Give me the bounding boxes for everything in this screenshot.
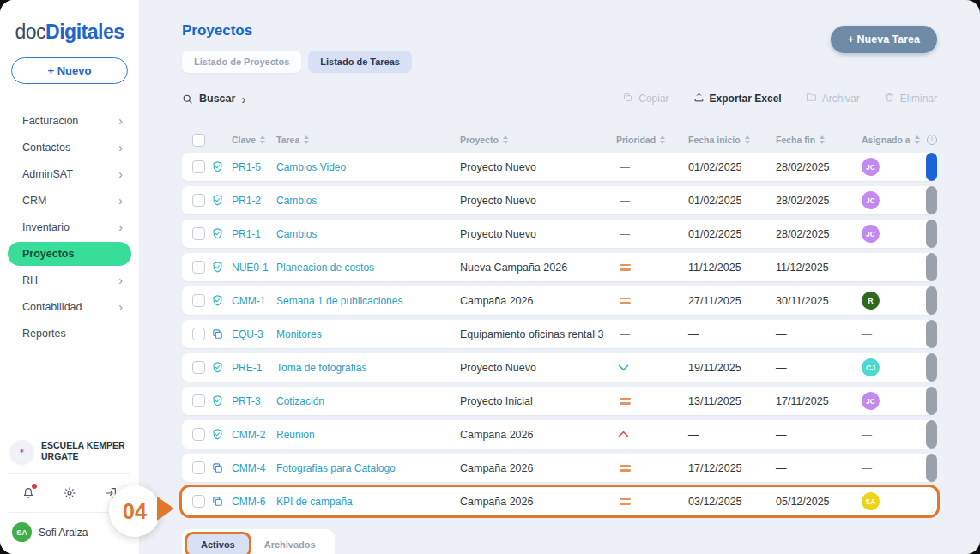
table-row[interactable]: PR1-5 Cambios Video Proyecto Nuevo — 01/… [182,153,937,181]
row-checkbox[interactable] [192,428,205,441]
table-row[interactable]: EQU-3 Monitores Equipamiento oficinas re… [182,320,937,348]
sidebar-item-crm[interactable]: CRM › [8,189,131,213]
sort-icon[interactable] [820,135,825,144]
logo-suffix: Digitales [45,21,124,43]
task-name-link[interactable]: Planeacion de costos [276,262,460,274]
row-checkbox[interactable] [192,361,205,374]
row-checkbox[interactable] [192,227,205,240]
table-row[interactable]: PR1-2 Cambios Proyecto Nuevo — 01/02/202… [182,186,937,214]
task-key-link[interactable]: PR1-1 [232,228,276,240]
row-checkbox[interactable] [192,495,205,508]
select-all-checkbox[interactable] [192,134,205,147]
start-date: — [678,429,765,441]
sidebar-item-contabilidad[interactable]: Contabilidad › [8,295,131,319]
column-header-asignado-a[interactable]: Asignado a [851,135,920,145]
row-status-bar [926,454,937,482]
chevron-right-icon: › [118,168,123,180]
notifications-bell-icon[interactable] [21,485,36,501]
task-key-link[interactable]: CMM-2 [232,429,276,441]
table-row[interactable]: CMM-6 KPI de campaña Campaña 2026 03/12/… [182,487,937,515]
action-copiar[interactable]: Copiar [622,92,668,105]
task-key-link[interactable]: EQU-3 [232,328,276,340]
footer-tab-activos[interactable]: Activos [187,534,249,554]
task-name-link[interactable]: Cambios Video [276,161,460,173]
row-checkbox[interactable] [192,461,205,474]
chevron-right-icon: › [118,195,123,207]
task-key-link[interactable]: PRE-1 [232,362,276,374]
action-exportar-excel[interactable]: Exportar Excel [693,92,782,105]
task-key-link[interactable]: PR1-5 [232,161,276,173]
table-row[interactable]: PR1-1 Cambios Proyecto Nuevo — 01/02/202… [182,220,937,248]
task-key-link[interactable]: CMM-4 [232,462,276,474]
task-name-link[interactable]: Reunion [276,429,460,441]
search-control[interactable]: Buscar › [182,93,245,105]
sort-icon[interactable] [660,135,665,144]
footer-tab-archivados[interactable]: Archivados [251,534,330,554]
assignee-cell: JC [851,225,920,243]
task-name-link[interactable]: Cambios [276,195,460,207]
project-name: Proyecto Nuevo [460,228,611,240]
end-date: — [765,362,851,374]
project-name: Campaña 2026 [460,496,611,508]
settings-gear-icon[interactable] [62,485,77,501]
sidebar-item-inventario[interactable]: Inventario › [8,215,131,239]
priority-medium-icon [620,498,631,505]
sort-icon[interactable] [915,135,920,144]
row-checkbox[interactable] [192,261,205,274]
sidebar-item-contactos[interactable]: Contactos › [8,135,131,160]
organization-row[interactable]: ✶ ESCUELA KEMPER URGATE [0,431,139,473]
row-checkbox[interactable] [192,194,205,207]
task-name-link[interactable]: Semana 1 de publicaciones [276,295,460,307]
sort-icon[interactable] [304,135,309,144]
table-row[interactable]: PRE-1 Toma de fotografias Proyecto Nuevo… [182,353,937,382]
task-name-link[interactable]: Cambios [276,228,460,240]
table-row[interactable]: CMM-2 Reunion Campaña 2026 — — — [182,420,937,449]
column-header-fecha-inicio[interactable]: Fecha inicio [678,135,765,145]
column-header-proyecto[interactable]: Proyecto [460,135,611,145]
sort-icon[interactable] [260,135,265,144]
new-task-button[interactable]: + Nueva Tarea [831,26,937,53]
sidebar-item-facturación[interactable]: Facturación › [8,109,131,133]
column-header-prioridad[interactable]: Prioridad [611,135,678,145]
table-row[interactable]: PRT-3 Cotización Proyecto Inicial 13/11/… [182,387,937,415]
tab-listado-de-tareas[interactable]: Listado de Tareas [308,51,412,73]
action-archivar[interactable]: Archivar [806,92,860,105]
task-name-link[interactable]: Fotografias para Catalogo [276,462,460,474]
page-title: Proyectos [182,22,937,39]
column-header-tarea[interactable]: Tarea [276,135,460,145]
row-checkbox[interactable] [192,328,205,340]
priority-low-icon [618,360,629,371]
task-key-link[interactable]: NUE0-1 [232,262,276,274]
chevron-right-icon: › [118,142,123,154]
new-button[interactable]: + Nuevo [11,57,128,84]
action-eliminar[interactable]: Eliminar [884,92,937,105]
column-header-clave[interactable]: Clave [232,135,276,145]
table-row[interactable]: NUE0-1 Planeacion de costos Nueva Campañ… [182,253,937,281]
sidebar-item-proyectos[interactable]: Proyectos [8,242,131,266]
task-key-link[interactable]: PRT-3 [232,395,276,407]
row-checkbox[interactable] [192,294,205,307]
task-name-link[interactable]: Monitores [276,328,460,340]
row-status-bar [926,220,937,248]
row-checkbox[interactable] [192,394,205,407]
task-key-link[interactable]: CMM-6 [232,496,276,508]
sidebar-item-rh[interactable]: RH › [8,268,131,292]
sidebar-item-adminsat[interactable]: AdminSAT › [8,162,131,186]
column-header-fecha-fin[interactable]: Fecha fin [765,135,851,145]
tab-listado-de-proyectos[interactable]: Listado de Proyectos [182,51,301,73]
table-row[interactable]: CMM-4 Fotografias para Catalogo Campaña … [182,454,937,482]
sort-icon[interactable] [503,135,508,144]
task-key-link[interactable]: PR1-2 [232,195,276,207]
task-name-link[interactable]: Toma de fotografias [276,362,460,374]
task-key-link[interactable]: CMM-1 [232,295,276,307]
table-row[interactable]: CMM-1 Semana 1 de publicaciones Campaña … [182,286,937,315]
search-expand-chevron-icon[interactable]: › [241,93,245,105]
task-type-shield-icon [211,194,232,207]
sort-icon[interactable] [745,135,750,144]
user-avatar: SA [12,522,32,542]
task-name-link[interactable]: KPI de campaña [276,496,460,508]
sidebar-item-reportes[interactable]: Reportes [8,322,131,346]
task-name-link[interactable]: Cotización [276,395,460,407]
info-icon[interactable] [927,135,937,145]
row-checkbox[interactable] [192,160,205,173]
